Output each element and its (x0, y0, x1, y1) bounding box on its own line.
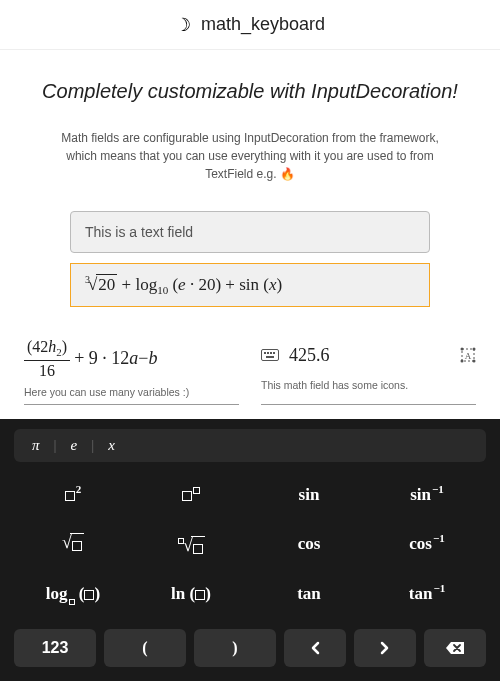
key-backspace[interactable] (424, 629, 486, 667)
math-field-variables[interactable]: (42h2) 16 + 9 · 12a − b Here you can use… (24, 337, 239, 405)
page-headline: Completely customizable with InputDecora… (24, 80, 476, 103)
fraction: (42h2) 16 (24, 337, 70, 380)
svg-rect-0 (262, 350, 279, 361)
svg-rect-2 (267, 352, 269, 354)
content-area: Completely customizable with InputDecora… (0, 50, 500, 419)
svg-rect-1 (264, 352, 266, 354)
bounding-box-icon[interactable]: A (460, 347, 476, 363)
radical-index: 3 (85, 274, 90, 285)
key-acos[interactable]: cos−1 (409, 534, 444, 554)
page-description: Math fields are configurable using Input… (50, 129, 450, 183)
key-tan[interactable]: tan (297, 584, 321, 604)
svg-point-10 (461, 360, 464, 363)
text-field[interactable]: This is a text field (70, 211, 430, 253)
svg-point-8 (461, 348, 464, 351)
key-lparen[interactable]: ( (104, 629, 186, 667)
fields-row-2: (42h2) 16 + 9 · 12a − b Here you can use… (24, 337, 476, 405)
radicand: 20 (96, 274, 117, 295)
math-keyboard: π | e | x 2 sin sin−1 √ √ cos cos−1 log … (0, 419, 500, 681)
svg-point-9 (473, 348, 476, 351)
svg-text:A: A (465, 351, 472, 361)
app-title: math_keyboard (201, 14, 325, 35)
app-header: ☽ math_keyboard (0, 0, 500, 50)
key-x[interactable]: x (108, 437, 115, 454)
value: 425.6 (289, 345, 450, 366)
math-field-icons[interactable]: 425.6 A This math field has some icons. (261, 337, 476, 405)
helper-text-right: This math field has some icons. (261, 379, 476, 391)
key-power[interactable] (182, 485, 200, 505)
bottom-row: 123 ( ) (14, 629, 486, 667)
key-rparen[interactable]: ) (194, 629, 276, 667)
key-right[interactable] (354, 629, 416, 667)
math-field-main[interactable]: 3√20 + log10 (e · 20) + sin (x) (70, 263, 430, 307)
field-group: This is a text field 3√20 + log10 (e · 2… (24, 211, 476, 307)
key-cos[interactable]: cos (298, 534, 321, 554)
key-sqrt[interactable]: √ (62, 533, 84, 555)
svg-rect-5 (266, 356, 274, 358)
key-pi[interactable]: π (32, 437, 40, 454)
key-e[interactable]: e (71, 437, 78, 454)
svg-rect-3 (270, 352, 272, 354)
key-nroot[interactable]: √ (177, 531, 205, 558)
svg-point-11 (473, 360, 476, 363)
svg-rect-4 (273, 352, 275, 354)
function-keys: 2 sin sin−1 √ √ cos cos−1 log () ln () t… (14, 478, 486, 621)
key-numbers[interactable]: 123 (14, 629, 96, 667)
key-asin[interactable]: sin−1 (410, 485, 444, 505)
key-sin[interactable]: sin (299, 485, 320, 505)
key-log[interactable]: log () (46, 584, 100, 604)
key-atan[interactable]: tan−1 (409, 584, 445, 604)
moon-icon: ☽ (175, 14, 191, 36)
key-ln[interactable]: ln () (171, 584, 211, 604)
keyboard-icon[interactable] (261, 349, 279, 361)
key-square[interactable]: 2 (65, 485, 82, 505)
key-left[interactable] (284, 629, 346, 667)
helper-text-left: Here you can use many variables :) (24, 386, 239, 398)
constants-row: π | e | x (14, 429, 486, 462)
